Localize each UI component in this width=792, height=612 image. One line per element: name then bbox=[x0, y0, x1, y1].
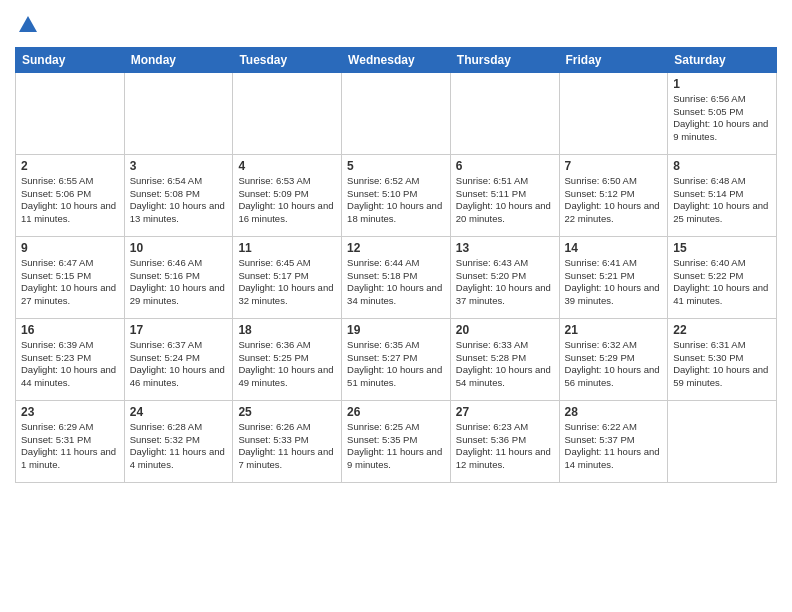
cell-info: Sunrise: 6:26 AM Sunset: 5:33 PM Dayligh… bbox=[238, 421, 336, 472]
cell-info: Sunrise: 6:37 AM Sunset: 5:24 PM Dayligh… bbox=[130, 339, 228, 390]
cell-info: Sunrise: 6:47 AM Sunset: 5:15 PM Dayligh… bbox=[21, 257, 119, 308]
calendar-cell bbox=[668, 400, 777, 482]
day-number: 28 bbox=[565, 405, 663, 419]
calendar-cell: 6Sunrise: 6:51 AM Sunset: 5:11 PM Daylig… bbox=[450, 154, 559, 236]
calendar-header-row: SundayMondayTuesdayWednesdayThursdayFrid… bbox=[16, 47, 777, 72]
calendar-cell: 17Sunrise: 6:37 AM Sunset: 5:24 PM Dayli… bbox=[124, 318, 233, 400]
day-header-sunday: Sunday bbox=[16, 47, 125, 72]
day-number: 21 bbox=[565, 323, 663, 337]
cell-info: Sunrise: 6:45 AM Sunset: 5:17 PM Dayligh… bbox=[238, 257, 336, 308]
calendar-cell: 9Sunrise: 6:47 AM Sunset: 5:15 PM Daylig… bbox=[16, 236, 125, 318]
day-header-monday: Monday bbox=[124, 47, 233, 72]
calendar-cell bbox=[124, 72, 233, 154]
day-number: 26 bbox=[347, 405, 445, 419]
day-number: 27 bbox=[456, 405, 554, 419]
calendar-cell: 11Sunrise: 6:45 AM Sunset: 5:17 PM Dayli… bbox=[233, 236, 342, 318]
day-number: 23 bbox=[21, 405, 119, 419]
day-number: 1 bbox=[673, 77, 771, 91]
calendar-cell: 12Sunrise: 6:44 AM Sunset: 5:18 PM Dayli… bbox=[342, 236, 451, 318]
calendar-cell: 24Sunrise: 6:28 AM Sunset: 5:32 PM Dayli… bbox=[124, 400, 233, 482]
calendar-cell bbox=[450, 72, 559, 154]
logo bbox=[15, 14, 39, 41]
day-number: 25 bbox=[238, 405, 336, 419]
cell-info: Sunrise: 6:35 AM Sunset: 5:27 PM Dayligh… bbox=[347, 339, 445, 390]
calendar-cell: 14Sunrise: 6:41 AM Sunset: 5:21 PM Dayli… bbox=[559, 236, 668, 318]
day-number: 20 bbox=[456, 323, 554, 337]
cell-info: Sunrise: 6:41 AM Sunset: 5:21 PM Dayligh… bbox=[565, 257, 663, 308]
day-number: 4 bbox=[238, 159, 336, 173]
cell-info: Sunrise: 6:52 AM Sunset: 5:10 PM Dayligh… bbox=[347, 175, 445, 226]
cell-info: Sunrise: 6:44 AM Sunset: 5:18 PM Dayligh… bbox=[347, 257, 445, 308]
day-number: 14 bbox=[565, 241, 663, 255]
cell-info: Sunrise: 6:40 AM Sunset: 5:22 PM Dayligh… bbox=[673, 257, 771, 308]
day-header-tuesday: Tuesday bbox=[233, 47, 342, 72]
calendar-cell: 1Sunrise: 6:56 AM Sunset: 5:05 PM Daylig… bbox=[668, 72, 777, 154]
day-number: 13 bbox=[456, 241, 554, 255]
cell-info: Sunrise: 6:32 AM Sunset: 5:29 PM Dayligh… bbox=[565, 339, 663, 390]
day-header-friday: Friday bbox=[559, 47, 668, 72]
calendar-cell: 20Sunrise: 6:33 AM Sunset: 5:28 PM Dayli… bbox=[450, 318, 559, 400]
day-number: 12 bbox=[347, 241, 445, 255]
calendar-cell: 3Sunrise: 6:54 AM Sunset: 5:08 PM Daylig… bbox=[124, 154, 233, 236]
day-number: 8 bbox=[673, 159, 771, 173]
cell-info: Sunrise: 6:36 AM Sunset: 5:25 PM Dayligh… bbox=[238, 339, 336, 390]
day-number: 16 bbox=[21, 323, 119, 337]
cell-info: Sunrise: 6:48 AM Sunset: 5:14 PM Dayligh… bbox=[673, 175, 771, 226]
svg-marker-0 bbox=[19, 16, 37, 32]
day-number: 5 bbox=[347, 159, 445, 173]
calendar-cell: 8Sunrise: 6:48 AM Sunset: 5:14 PM Daylig… bbox=[668, 154, 777, 236]
day-number: 2 bbox=[21, 159, 119, 173]
day-header-thursday: Thursday bbox=[450, 47, 559, 72]
calendar-week-row: 23Sunrise: 6:29 AM Sunset: 5:31 PM Dayli… bbox=[16, 400, 777, 482]
day-number: 6 bbox=[456, 159, 554, 173]
calendar-cell bbox=[233, 72, 342, 154]
day-header-wednesday: Wednesday bbox=[342, 47, 451, 72]
cell-info: Sunrise: 6:46 AM Sunset: 5:16 PM Dayligh… bbox=[130, 257, 228, 308]
day-number: 22 bbox=[673, 323, 771, 337]
calendar-cell: 18Sunrise: 6:36 AM Sunset: 5:25 PM Dayli… bbox=[233, 318, 342, 400]
calendar-cell: 5Sunrise: 6:52 AM Sunset: 5:10 PM Daylig… bbox=[342, 154, 451, 236]
calendar-cell: 22Sunrise: 6:31 AM Sunset: 5:30 PM Dayli… bbox=[668, 318, 777, 400]
calendar-week-row: 2Sunrise: 6:55 AM Sunset: 5:06 PM Daylig… bbox=[16, 154, 777, 236]
day-number: 17 bbox=[130, 323, 228, 337]
calendar-cell: 4Sunrise: 6:53 AM Sunset: 5:09 PM Daylig… bbox=[233, 154, 342, 236]
calendar-cell: 19Sunrise: 6:35 AM Sunset: 5:27 PM Dayli… bbox=[342, 318, 451, 400]
day-number: 3 bbox=[130, 159, 228, 173]
calendar-cell: 16Sunrise: 6:39 AM Sunset: 5:23 PM Dayli… bbox=[16, 318, 125, 400]
calendar-week-row: 9Sunrise: 6:47 AM Sunset: 5:15 PM Daylig… bbox=[16, 236, 777, 318]
calendar-week-row: 1Sunrise: 6:56 AM Sunset: 5:05 PM Daylig… bbox=[16, 72, 777, 154]
day-number: 15 bbox=[673, 241, 771, 255]
cell-info: Sunrise: 6:23 AM Sunset: 5:36 PM Dayligh… bbox=[456, 421, 554, 472]
calendar-cell: 2Sunrise: 6:55 AM Sunset: 5:06 PM Daylig… bbox=[16, 154, 125, 236]
day-number: 9 bbox=[21, 241, 119, 255]
calendar-cell: 27Sunrise: 6:23 AM Sunset: 5:36 PM Dayli… bbox=[450, 400, 559, 482]
cell-info: Sunrise: 6:56 AM Sunset: 5:05 PM Dayligh… bbox=[673, 93, 771, 144]
calendar-cell: 10Sunrise: 6:46 AM Sunset: 5:16 PM Dayli… bbox=[124, 236, 233, 318]
calendar-cell: 21Sunrise: 6:32 AM Sunset: 5:29 PM Dayli… bbox=[559, 318, 668, 400]
cell-info: Sunrise: 6:25 AM Sunset: 5:35 PM Dayligh… bbox=[347, 421, 445, 472]
calendar-page: SundayMondayTuesdayWednesdayThursdayFrid… bbox=[0, 0, 792, 612]
day-number: 19 bbox=[347, 323, 445, 337]
cell-info: Sunrise: 6:22 AM Sunset: 5:37 PM Dayligh… bbox=[565, 421, 663, 472]
calendar-cell bbox=[342, 72, 451, 154]
calendar-table: SundayMondayTuesdayWednesdayThursdayFrid… bbox=[15, 47, 777, 483]
cell-info: Sunrise: 6:28 AM Sunset: 5:32 PM Dayligh… bbox=[130, 421, 228, 472]
day-number: 24 bbox=[130, 405, 228, 419]
day-number: 18 bbox=[238, 323, 336, 337]
calendar-cell: 25Sunrise: 6:26 AM Sunset: 5:33 PM Dayli… bbox=[233, 400, 342, 482]
logo-icon bbox=[17, 14, 39, 36]
calendar-cell bbox=[16, 72, 125, 154]
cell-info: Sunrise: 6:43 AM Sunset: 5:20 PM Dayligh… bbox=[456, 257, 554, 308]
day-header-saturday: Saturday bbox=[668, 47, 777, 72]
calendar-cell: 28Sunrise: 6:22 AM Sunset: 5:37 PM Dayli… bbox=[559, 400, 668, 482]
cell-info: Sunrise: 6:54 AM Sunset: 5:08 PM Dayligh… bbox=[130, 175, 228, 226]
day-number: 7 bbox=[565, 159, 663, 173]
cell-info: Sunrise: 6:51 AM Sunset: 5:11 PM Dayligh… bbox=[456, 175, 554, 226]
calendar-cell bbox=[559, 72, 668, 154]
calendar-cell: 26Sunrise: 6:25 AM Sunset: 5:35 PM Dayli… bbox=[342, 400, 451, 482]
cell-info: Sunrise: 6:53 AM Sunset: 5:09 PM Dayligh… bbox=[238, 175, 336, 226]
cell-info: Sunrise: 6:55 AM Sunset: 5:06 PM Dayligh… bbox=[21, 175, 119, 226]
cell-info: Sunrise: 6:33 AM Sunset: 5:28 PM Dayligh… bbox=[456, 339, 554, 390]
calendar-cell: 15Sunrise: 6:40 AM Sunset: 5:22 PM Dayli… bbox=[668, 236, 777, 318]
calendar-cell: 13Sunrise: 6:43 AM Sunset: 5:20 PM Dayli… bbox=[450, 236, 559, 318]
